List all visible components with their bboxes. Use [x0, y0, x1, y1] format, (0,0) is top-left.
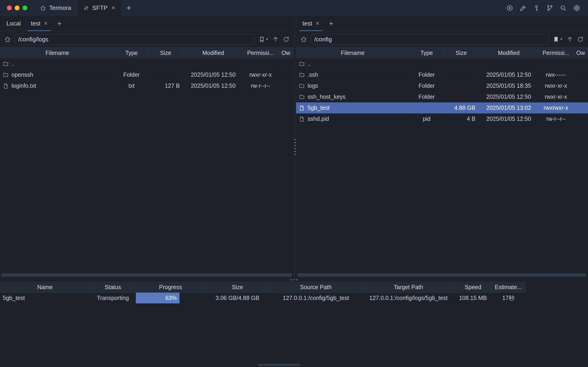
left-tab-test-label: test — [31, 20, 41, 27]
record-icon[interactable] — [506, 4, 513, 12]
folder-icon — [299, 61, 305, 67]
tab-termora[interactable]: Termora — [34, 0, 77, 16]
right-path-input[interactable] — [311, 34, 549, 45]
transfer-size: 3.06 GB/4.88 GB — [205, 292, 270, 304]
transfer-col-name[interactable]: Name — [0, 282, 90, 292]
left-col-type[interactable]: Type — [115, 48, 148, 58]
right-col-permissions[interactable]: Permissi... — [539, 48, 573, 58]
right-up-directory-button[interactable] — [566, 36, 573, 43]
left-col-size[interactable]: Size — [148, 48, 183, 58]
cell-owner — [278, 58, 294, 69]
left-tab-local[interactable]: Local — [1, 16, 26, 31]
transfer-status: Transporting — [90, 292, 136, 304]
left-col-owner[interactable]: Ow — [278, 48, 294, 58]
vertical-splitter[interactable] — [294, 16, 296, 278]
tab-sftp[interactable]: SFTP × — [77, 0, 121, 16]
splitter-grip-dot — [294, 279, 295, 280]
new-tab-button[interactable]: + — [121, 0, 136, 16]
key-icon[interactable] — [533, 4, 540, 12]
cell-modified: 2025/01/05 12:50 — [479, 92, 539, 102]
transfer-col-estimate[interactable]: Estimate... — [491, 282, 526, 292]
left-bookmark-button[interactable] — [259, 36, 268, 42]
right-horizontal-scrollbar[interactable] — [297, 273, 586, 277]
transfer-progress-fill: 63% — [136, 292, 179, 303]
file-row[interactable]: logs Folder 2025/01/05 18:35 rwxr-xr-x — [296, 80, 588, 92]
transfer-name: 5gb_test — [0, 292, 90, 304]
cell-permissions — [243, 58, 278, 69]
cell-filename: 5gb_test — [307, 105, 330, 111]
cell-modified — [479, 58, 539, 69]
transfer-col-size[interactable]: Size — [205, 282, 270, 292]
left-tab-test[interactable]: test × — [26, 16, 53, 31]
right-bookmark-button[interactable] — [553, 36, 563, 42]
file-icon — [299, 116, 305, 122]
left-file-list-empty-area — [0, 92, 294, 278]
left-tab-test-close-icon[interactable]: × — [44, 20, 48, 27]
cell-size — [444, 69, 479, 80]
transfer-col-progress[interactable]: Progress — [136, 282, 205, 292]
cell-filename: .ssh — [307, 71, 318, 78]
cell-filename: .. — [11, 60, 15, 67]
transfer-col-speed[interactable]: Speed — [455, 282, 491, 292]
cell-owner — [573, 102, 588, 113]
cell-size: 127 B — [148, 80, 183, 92]
cell-type — [115, 58, 148, 69]
right-home-button[interactable] — [300, 36, 307, 43]
left-tab-local-label: Local — [7, 20, 21, 27]
settings-gear-icon[interactable] — [573, 4, 581, 12]
cell-owner — [573, 113, 588, 125]
left-file-table-header: Filename Type Size Modified Permissi... … — [0, 47, 294, 58]
right-col-type[interactable]: Type — [410, 48, 444, 58]
file-row-selected[interactable]: 5gb_test 4.88 GB 2025/01/05 13:02 rwxrwx… — [296, 102, 588, 113]
transfer-col-source[interactable]: Source Path — [270, 282, 362, 292]
left-home-button[interactable] — [4, 36, 11, 43]
edit-icon[interactable] — [520, 4, 527, 12]
tab-sftp-close-icon[interactable]: × — [111, 4, 115, 11]
right-col-owner[interactable]: Ow — [573, 48, 588, 58]
close-window-button[interactable] — [7, 6, 12, 10]
right-new-tab-button[interactable]: + — [324, 16, 338, 31]
file-row[interactable]: loginfo.txt txt 127 B 2025/01/05 12:50 r… — [0, 80, 294, 92]
branch-icon[interactable] — [546, 4, 554, 12]
left-path-input[interactable] — [15, 34, 255, 45]
left-horizontal-scrollbar[interactable] — [1, 273, 292, 277]
transfer-col-status[interactable]: Status — [90, 282, 136, 292]
left-new-tab-button[interactable]: + — [53, 16, 67, 31]
file-row[interactable]: ssh_host_keys Folder 2025/01/05 12:50 rw… — [296, 92, 588, 102]
file-row[interactable]: .ssh Folder 2025/01/05 12:50 rwx------ — [296, 69, 588, 80]
right-tab-test-close-icon[interactable]: × — [315, 20, 319, 27]
left-bookmark-caret-icon — [266, 38, 268, 40]
right-col-modified[interactable]: Modified — [479, 48, 539, 58]
folder-icon — [299, 94, 305, 100]
splitter-grip-dot — [294, 139, 296, 140]
right-pane-tabs: test × + — [296, 16, 588, 31]
file-row[interactable]: openssh Folder 2025/01/05 12:50 rwxr-xr-… — [0, 69, 294, 80]
transfer-row[interactable]: 5gb_test Transporting 63% 3.06 GB/4.88 G… — [0, 292, 526, 304]
transfer-col-target[interactable]: Target Path — [362, 282, 455, 292]
transfer-horizontal-scrollbar[interactable] — [258, 364, 300, 366]
left-col-permissions[interactable]: Permissi... — [243, 48, 278, 58]
titlebar: Termora SFTP × + — [0, 0, 588, 16]
file-row[interactable]: .. — [296, 58, 588, 69]
right-col-size[interactable]: Size — [444, 48, 479, 58]
minimize-window-button[interactable] — [15, 6, 19, 10]
search-icon[interactable] — [560, 4, 567, 12]
left-col-modified[interactable]: Modified — [183, 48, 243, 58]
file-row[interactable]: .. — [0, 58, 294, 69]
cell-owner — [573, 58, 588, 69]
left-col-filename[interactable]: Filename — [0, 48, 115, 58]
cell-type: Folder — [115, 69, 148, 80]
file-row[interactable]: sshd.pid pid 4 B 2025/01/05 12:50 rw-r--… — [296, 113, 588, 125]
splitter-grip-dot — [294, 142, 296, 143]
zoom-window-button[interactable] — [23, 6, 27, 10]
right-refresh-button[interactable] — [577, 36, 584, 43]
cell-modified: 2025/01/05 13:02 — [479, 102, 539, 113]
horizontal-splitter[interactable] — [0, 278, 588, 282]
right-col-filename[interactable]: Filename — [296, 48, 410, 58]
cell-permissions: rwxrwxr-x — [539, 102, 573, 113]
cell-modified: 2025/01/05 18:35 — [479, 80, 539, 92]
splitter-grip-dot — [294, 151, 296, 152]
right-tab-test[interactable]: test × — [298, 16, 324, 31]
left-up-directory-button[interactable] — [272, 36, 279, 43]
left-refresh-button[interactable] — [283, 36, 290, 43]
